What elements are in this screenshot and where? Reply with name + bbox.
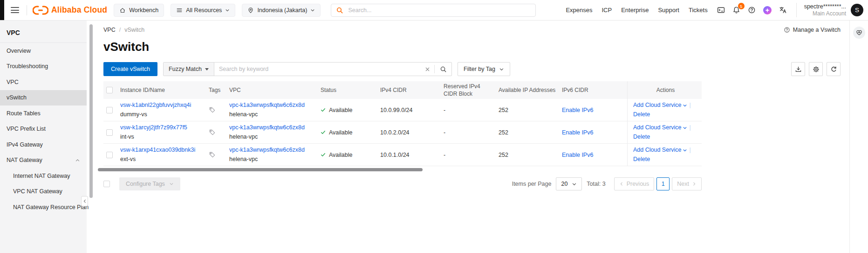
row-checkbox[interactable] <box>106 129 113 136</box>
sidebar-item-nat-gateway[interactable]: NAT Gateway <box>0 153 87 169</box>
page-size-select[interactable]: 20 <box>556 177 582 190</box>
region-selector[interactable]: Indonesia (Jakarta) <box>242 4 321 17</box>
next-page-button[interactable]: Next <box>672 177 702 190</box>
row-checkbox[interactable] <box>106 152 113 158</box>
reserved-cidr-value: - <box>444 152 499 158</box>
account-menu[interactable]: spectre********... Main Account S <box>796 3 863 18</box>
global-search-input[interactable] <box>347 7 531 14</box>
page-number-1[interactable]: 1 <box>656 177 670 190</box>
col-tags: Tags <box>209 81 229 99</box>
main-content: VPC / vSwitch Manage a Vswitch vSwitch C… <box>93 21 849 253</box>
enable-ipv6-link[interactable]: Enable IPv6 <box>562 107 593 113</box>
horizontal-scrollbar[interactable] <box>98 168 423 171</box>
breadcrumb-separator: / <box>119 27 121 33</box>
sidebar-item-vpc-nat-gateway[interactable]: VPC NAT Gateway <box>0 184 87 200</box>
status-text: Available <box>329 107 353 113</box>
ai-assistant-icon[interactable] <box>763 6 772 14</box>
vswitch-table: Instance ID/Name Tags VPC Status IPv4 CI… <box>103 81 702 166</box>
translate-icon[interactable] <box>779 6 787 14</box>
topnav-link-support[interactable]: Support <box>658 7 679 14</box>
sidebar-item-nat-gateway-resource-plan[interactable]: NAT Gateway Resource Plan <box>0 199 87 215</box>
column-settings-button[interactable] <box>809 62 823 76</box>
vpc-id-link[interactable]: vpc-k1a3wrwpsfkqtw6c6zx8d <box>229 124 305 131</box>
col-ipv4-cidr: IPv4 CIDR <box>380 81 444 99</box>
action-separator <box>688 123 691 132</box>
filter-by-tag-dropdown[interactable]: Filter by Tag <box>458 62 510 76</box>
reserved-cidr-value: - <box>444 129 499 136</box>
vswitch-id-link[interactable]: vsw-k1abnl22gbfuvvjzhxq4i <box>120 102 191 108</box>
configure-tags-button[interactable]: Configure Tags <box>119 177 180 190</box>
chevron-down-icon[interactable] <box>683 126 687 130</box>
select-all-checkbox[interactable] <box>106 87 113 93</box>
col-actions: Actions <box>627 81 702 99</box>
topnav-link-icp[interactable]: ICP <box>602 7 612 14</box>
sidebar-collapse-button[interactable] <box>81 196 88 206</box>
tag-icon[interactable] <box>209 106 216 113</box>
chevron-down-icon[interactable] <box>683 103 687 108</box>
sidebar-item-troubleshooting[interactable]: Troubleshooting <box>0 59 87 75</box>
terminal-icon[interactable] <box>717 6 725 14</box>
ipv4-cidr-value: 10.0.2.0/24 <box>380 129 444 136</box>
global-search[interactable] <box>331 4 536 17</box>
action-separator <box>688 146 691 155</box>
chevron-left-icon <box>619 182 624 186</box>
vswitch-name: dummy-vs <box>120 111 209 119</box>
sidebar-item-overview[interactable]: Overview <box>0 43 87 59</box>
topnav-link-expenses[interactable]: Expenses <box>566 7 592 14</box>
export-download-button[interactable] <box>791 62 805 76</box>
add-cloud-service-link[interactable]: Add Cloud Service <box>633 101 682 110</box>
row-checkbox[interactable] <box>106 107 113 113</box>
refresh-button[interactable] <box>827 62 841 76</box>
topnav-link-enterprise[interactable]: Enterprise <box>621 7 649 14</box>
search-submit-icon[interactable] <box>435 63 451 76</box>
workbench-button[interactable]: Workbench <box>114 4 164 17</box>
tag-icon[interactable] <box>209 151 216 158</box>
ipv4-cidr-value: 10.0.99.0/24 <box>380 107 444 113</box>
notifications-bell-icon[interactable]: 5 <box>732 6 740 14</box>
left-edge-panel <box>0 0 4 20</box>
avatar[interactable]: S <box>851 4 863 16</box>
sidebar-item-label: VPC <box>7 79 19 85</box>
hamburger-menu-icon[interactable] <box>9 5 21 15</box>
sidebar-item-label: NAT Gateway Resource Plan <box>13 204 89 211</box>
feedback-button[interactable] <box>853 27 865 39</box>
sidebar-item-vswitch[interactable]: vSwitch <box>0 90 87 106</box>
notification-badge: 5 <box>738 3 745 9</box>
vertical-scrollbar[interactable] <box>89 24 93 198</box>
col-vpc: VPC <box>229 81 321 99</box>
match-mode-dropdown[interactable]: Fuzzy Match <box>164 63 214 76</box>
alibaba-cloud-logo[interactable]: Alibaba Cloud <box>33 5 107 15</box>
delete-link[interactable]: Delete <box>633 155 702 164</box>
delete-link[interactable]: Delete <box>633 133 702 141</box>
help-icon[interactable] <box>748 6 756 14</box>
tag-icon[interactable] <box>209 129 216 136</box>
vswitch-id-link[interactable]: vsw-k1arcyj2jtfr7z99x77f5 <box>120 124 187 131</box>
footer-select-checkbox[interactable] <box>103 181 110 187</box>
sidebar-item-ipv4-gateway[interactable]: IPv4 Gateway <box>0 137 87 153</box>
chevron-right-icon <box>692 182 697 186</box>
enable-ipv6-link[interactable]: Enable IPv6 <box>562 129 593 136</box>
sidebar-item-vpc[interactable]: VPC <box>0 74 87 90</box>
all-resources-dropdown[interactable]: All Resources <box>171 4 235 17</box>
vpc-id-link[interactable]: vpc-k1a3wrwpsfkqtw6c6zx8d <box>229 147 305 153</box>
items-per-page-label: Items per Page <box>512 181 552 187</box>
sidebar-item-internet-nat-gateway[interactable]: Internet NAT Gateway <box>0 168 87 184</box>
delete-link[interactable]: Delete <box>633 110 702 119</box>
keyword-search-input[interactable] <box>214 63 420 76</box>
table-footer: Configure Tags Items per Page 20 Total: … <box>103 177 702 190</box>
add-cloud-service-link[interactable]: Add Cloud Service <box>633 146 682 155</box>
add-cloud-service-link[interactable]: Add Cloud Service <box>633 123 682 132</box>
topnav-link-tickets[interactable]: Tickets <box>689 7 708 14</box>
clear-search-icon[interactable] <box>420 63 434 76</box>
chevron-down-icon[interactable] <box>683 148 687 153</box>
sidebar-item-vpc-prefix-list[interactable]: VPC Prefix List <box>0 121 87 137</box>
sidebar-item-route-tables[interactable]: Route Tables <box>0 105 87 121</box>
vpc-id-link[interactable]: vpc-k1a3wrwpsfkqtw6c6zx8d <box>229 102 305 108</box>
breadcrumb-vswitch: vSwitch <box>124 27 144 33</box>
manage-vswitch-link[interactable]: Manage a Vswitch <box>784 27 841 33</box>
vswitch-id-link[interactable]: vsw-k1arxp41cxao039dbnk3i <box>120 147 195 153</box>
enable-ipv6-link[interactable]: Enable IPv6 <box>562 152 593 158</box>
breadcrumb-vpc[interactable]: VPC <box>103 27 116 33</box>
create-vswitch-button[interactable]: Create vSwitch <box>103 62 157 76</box>
previous-page-button[interactable]: Previous <box>614 177 655 190</box>
